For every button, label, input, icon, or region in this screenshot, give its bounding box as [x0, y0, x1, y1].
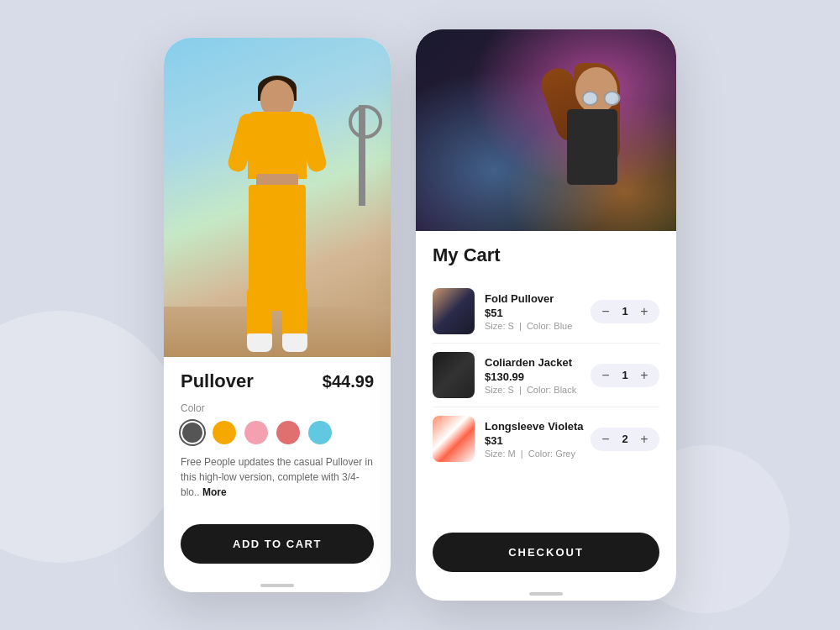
cart-items-list: Fold Pullover $51 Size: S | Color: Blue …: [433, 280, 659, 522]
phones-container: Pullover $44.99 Color Free People update…: [164, 29, 676, 601]
more-link[interactable]: More: [202, 486, 227, 498]
fig-boot-right: [282, 333, 307, 352]
item-thumbnail-jacket: [433, 352, 475, 398]
quantity-value-1: 1: [619, 305, 631, 318]
glasses-right: [604, 91, 621, 106]
item-thumbnail-longsleeve: [433, 416, 475, 462]
cart-phone: My Cart Fold Pullover $51 Size: S | Colo…: [416, 29, 676, 601]
color-swatch-dark-gray[interactable]: [181, 421, 204, 444]
product-image-bg: [164, 38, 391, 357]
product-image-container: [164, 38, 391, 357]
quantity-decrease-2[interactable]: −: [597, 367, 614, 384]
checkout-button[interactable]: CHECKOUT: [433, 533, 659, 572]
item-meta: Size: M | Color: Grey: [485, 449, 591, 459]
girl-body: [567, 109, 617, 185]
girl-glasses: [582, 91, 621, 106]
quantity-control-3: − 2 +: [591, 428, 659, 451]
color-swatch-orange[interactable]: [213, 421, 236, 444]
item-details-longsleeve: Longsleeve Violeta $31 Size: M | Color: …: [485, 420, 591, 459]
girl-head: [575, 67, 617, 113]
item-price: $130.99: [485, 370, 591, 383]
item-name: Coliarden Jacket: [485, 356, 591, 369]
basketball-hoop: [359, 105, 365, 206]
home-indicator-left: [260, 584, 294, 587]
fig-boot-left: [247, 333, 272, 352]
product-description: Free People updates the casual Pullover …: [181, 454, 374, 500]
cart-item: Fold Pullover $51 Size: S | Color: Blue …: [433, 280, 659, 344]
item-details-jacket: Coliarden Jacket $130.99 Size: S | Color…: [485, 356, 591, 395]
item-meta: Size: S | Color: Black: [485, 385, 591, 395]
add-to-cart-button[interactable]: ADD TO CART: [181, 524, 374, 564]
item-price: $51: [485, 307, 591, 319]
quantity-control-1: − 1 +: [591, 300, 659, 323]
product-info: Pullover $44.99 Color Free People update…: [164, 357, 391, 577]
product-price: $44.99: [323, 372, 374, 391]
color-section: Color: [181, 402, 374, 444]
fig-leg-left: [247, 288, 272, 339]
color-swatches: [181, 421, 374, 444]
home-indicator-right: [529, 592, 563, 596]
product-title-row: Pullover $44.99: [181, 370, 374, 392]
quantity-decrease-3[interactable]: −: [597, 431, 614, 448]
quantity-control-2: − 1 +: [591, 364, 659, 387]
cart-content: My Cart Fold Pullover $51 Size: S | Colo…: [416, 231, 676, 585]
color-swatch-pink-dark[interactable]: [276, 421, 300, 444]
item-meta: Size: S | Color: Blue: [485, 321, 591, 331]
quantity-increase-3[interactable]: +: [636, 431, 653, 448]
cart-item: Coliarden Jacket $130.99 Size: S | Color…: [433, 344, 659, 407]
fig-leg-right: [282, 288, 307, 339]
item-price: $31: [485, 434, 591, 447]
cart-item: Longsleeve Violeta $31 Size: M | Color: …: [433, 407, 659, 470]
item-details-pullover: Fold Pullover $51 Size: S | Color: Blue: [485, 292, 591, 331]
item-name: Fold Pullover: [485, 292, 591, 305]
quantity-increase-2[interactable]: +: [636, 367, 653, 384]
cart-model-figure: [533, 63, 651, 231]
cart-image-bg: [416, 29, 676, 231]
cart-title: My Cart: [433, 244, 659, 266]
item-name: Longsleeve Violeta: [485, 420, 591, 433]
color-swatch-pink-light[interactable]: [244, 421, 268, 444]
glasses-left: [582, 91, 599, 106]
product-detail-phone: Pullover $44.99 Color Free People update…: [164, 38, 391, 592]
product-name: Pullover: [181, 370, 254, 392]
item-thumbnail-pullover: [433, 288, 475, 334]
product-model-figure: [210, 71, 344, 357]
color-label: Color: [181, 402, 374, 414]
quantity-increase-1[interactable]: +: [636, 303, 653, 320]
fig-top: [248, 112, 307, 179]
quantity-value-3: 2: [619, 433, 631, 445]
quantity-decrease-1[interactable]: −: [597, 303, 614, 320]
color-swatch-cyan[interactable]: [308, 421, 332, 444]
quantity-value-2: 1: [619, 369, 631, 381]
cart-image-container: [416, 29, 676, 231]
